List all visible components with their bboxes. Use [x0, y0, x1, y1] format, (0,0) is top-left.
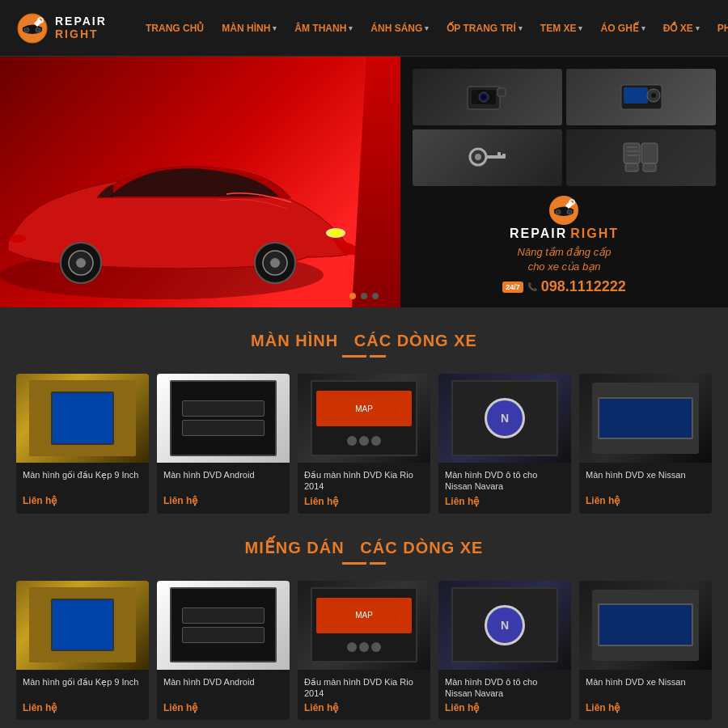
- kia-screen: MAP: [316, 391, 411, 426]
- car-illustration: [0, 113, 372, 307]
- nav-manhinh[interactable]: MÀN HÌNH ▾: [214, 16, 285, 40]
- product-img-4: N: [438, 374, 571, 463]
- product-card-s2-3[interactable]: MAP Đầu màn hình DVD Kia Rio 2014 Liên h…: [298, 581, 430, 721]
- product-img-s2-1: [16, 581, 149, 670]
- nissan-logo-2: N: [485, 605, 525, 645]
- dvd-slot-3: [182, 607, 265, 624]
- kia-btn-4: [347, 642, 357, 652]
- underline-bar2: [370, 355, 386, 358]
- svg-point-28: [475, 154, 481, 160]
- product-info-3: Đầu màn hình DVD Kia Rio 2014 Liên hệ: [298, 463, 430, 514]
- screen-clip-img-2: [592, 590, 698, 661]
- kia-screen-2: MAP: [316, 598, 411, 633]
- nav-temxe[interactable]: TEM XE ▾: [532, 16, 591, 40]
- headrest-img: [29, 380, 135, 456]
- logo-right: RIGHT: [55, 28, 107, 40]
- nav-optrangri[interactable]: ỐP TRANG TRÍ ▾: [438, 16, 530, 40]
- section1-title: MÀN HÌNH CÁC DÒNG XE: [16, 332, 712, 358]
- product-grid-1: Màn hình gối đầu Kẹp 9 Inch Liên hệ Màn …: [16, 374, 712, 514]
- product-info-s2-3: Đầu màn hình DVD Kia Rio 2014 Liên hệ: [298, 670, 430, 721]
- product-card-3[interactable]: MAP Đầu màn hình DVD Kia Rio 2014 Liên h…: [298, 374, 430, 514]
- nav-trangchu[interactable]: TRANG CHỦ: [138, 16, 212, 40]
- svg-rect-35: [643, 163, 656, 171]
- nav-amthanh[interactable]: ÂM THANH ▾: [286, 16, 361, 40]
- tagline-line1: Nâng tầm đẳng cấp: [518, 245, 612, 260]
- nav-anhsang[interactable]: ÁNH SÁNG ▾: [362, 16, 437, 40]
- dot-1[interactable]: [349, 293, 356, 299]
- banner-brand-repair: REPAIR: [510, 226, 567, 241]
- dot-2[interactable]: [361, 293, 367, 299]
- nissan-img: N: [451, 380, 557, 456]
- product-img-3: MAP: [298, 374, 430, 463]
- logo-repair: REPAIR: [55, 15, 107, 28]
- product-price-s2-4: Liên hệ: [445, 702, 565, 713]
- kia-img: MAP: [311, 380, 417, 456]
- dvd-slot-4: [182, 627, 265, 643]
- product-price-4: Liên hệ: [445, 496, 565, 507]
- logo-icon: [16, 12, 49, 44]
- section2-heading: MIẾNG DÁN CÁC DÒNG XE: [16, 538, 712, 557]
- product-card-4[interactable]: N Màn hình DVD ô tô cho Nissan Navara Li…: [438, 374, 571, 514]
- product-card-2[interactable]: Màn hình DVD Android Liên hệ: [157, 374, 290, 514]
- product-name-s2-5: Màn hình DVD xe Nissan: [586, 676, 705, 699]
- logo-text: REPAIR RIGHT: [55, 15, 107, 40]
- kia-btn-3: [371, 436, 381, 446]
- kia-buttons-2: [347, 642, 381, 652]
- banner-car-bg: [0, 57, 400, 307]
- main-nav: TRANG CHỦ MÀN HÌNH ▾ ÂM THANH ▾ ÁNH SÁNG…: [138, 16, 728, 40]
- screen-display-2: [598, 603, 693, 646]
- headrest-screen-2: [51, 599, 115, 651]
- svg-point-17: [270, 258, 280, 268]
- kia-btn-2: [359, 436, 369, 446]
- kia-img-2: MAP: [311, 587, 417, 663]
- dot-3[interactable]: [372, 293, 379, 299]
- banner-product-1: [413, 69, 562, 125]
- nav-phukien[interactable]: PHỤ KIỆN ▾: [709, 16, 728, 40]
- banner-phone[interactable]: 24/7 📞 098.1112222: [502, 278, 626, 295]
- svg-point-43: [567, 210, 572, 214]
- kia-buttons: [347, 436, 381, 446]
- nav-aoghe[interactable]: ÁO GHẾ ▾: [592, 16, 653, 40]
- banner-product-3: [413, 129, 562, 186]
- product-name-s2-2: Màn hình DVD Android: [163, 676, 283, 699]
- product-name-3: Đầu màn hình DVD Kia Rio 2014: [304, 469, 424, 493]
- product-card-s2-1[interactable]: Màn hình gối đầu Kẹp 9 Inch Liên hệ: [16, 581, 149, 721]
- product-card-s2-2[interactable]: Màn hình DVD Android Liên hệ: [157, 581, 290, 721]
- banner-car-section: [0, 57, 400, 307]
- svg-point-11: [10, 235, 26, 243]
- tagline-line2: cho xe của bạn: [518, 260, 612, 274]
- banner-brand: REPAIR RIGHT: [510, 194, 619, 241]
- headrest-screen: [51, 392, 115, 444]
- product-card-s2-5[interactable]: Màn hình DVD xe Nissan Liên hệ: [579, 581, 712, 721]
- product-card-s2-4[interactable]: N Màn hình DVD ô tô cho Nissan Navara Li…: [438, 581, 571, 721]
- dvd-player-icon: [617, 78, 666, 115]
- key-icon: [463, 139, 512, 176]
- product-info-4: Màn hình DVD ô tô cho Nissan Navara Liên…: [438, 463, 571, 514]
- product-price-2: Liên hệ: [163, 495, 283, 506]
- product-card-1[interactable]: Màn hình gối đầu Kẹp 9 Inch Liên hệ: [16, 374, 149, 514]
- section2-title: MIẾNG DÁN CÁC DÒNG XE: [16, 538, 712, 565]
- banner-brand-icon: [548, 194, 580, 226]
- headrest-img-2: [29, 587, 135, 663]
- product-price-s2-1: Liên hệ: [23, 702, 142, 713]
- nissan-logo: N: [485, 398, 525, 438]
- hero-banner: REPAIR RIGHT Nâng tầm đẳng cấp cho xe củ…: [0, 57, 728, 307]
- kia-btn-1: [347, 436, 357, 446]
- product-img-s2-2: [157, 581, 290, 670]
- phone-number: 098.1112222: [541, 278, 626, 295]
- banner-product-2: [566, 69, 716, 125]
- product-name-1: Màn hình gối đầu Kẹp 9 Inch: [23, 469, 142, 492]
- section1-white: MÀN HÌNH: [251, 332, 338, 349]
- kia-btn-6: [371, 642, 381, 652]
- logo[interactable]: REPAIR RIGHT: [16, 12, 121, 44]
- product-info-5: Màn hình DVD xe Nissan Liên hệ: [579, 463, 712, 513]
- nav-doxe[interactable]: ĐỒ XE ▾: [655, 16, 708, 40]
- product-img-5: [579, 374, 712, 463]
- svg-rect-34: [641, 143, 658, 163]
- product-name-5: Màn hình DVD xe Nissan: [586, 469, 705, 492]
- product-grid-2: Màn hình gối đầu Kẹp 9 Inch Liên hệ Màn …: [16, 581, 712, 721]
- product-name-s2-3: Đầu màn hình DVD Kia Rio 2014: [304, 676, 424, 700]
- svg-point-4: [36, 28, 40, 32]
- svg-point-42: [556, 210, 561, 214]
- product-card-5[interactable]: Màn hình DVD xe Nissan Liên hệ: [579, 374, 712, 514]
